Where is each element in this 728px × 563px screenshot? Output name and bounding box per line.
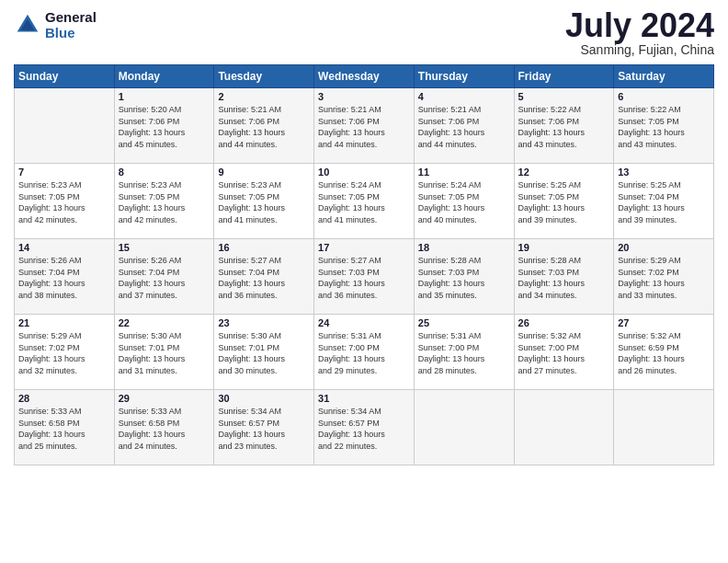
- day-number: 31: [318, 393, 410, 404]
- col-monday: Monday: [114, 65, 214, 88]
- day-number: 8: [119, 167, 210, 178]
- day-number: 30: [218, 393, 310, 404]
- day-number: 13: [618, 167, 710, 178]
- day-info: Sunrise: 5:30 AMSunset: 7:01 PMDaylight:…: [119, 330, 210, 376]
- calendar-cell: [614, 390, 714, 465]
- calendar-week-2: 7Sunrise: 5:23 AMSunset: 7:05 PMDaylight…: [15, 164, 714, 239]
- calendar-cell: 16Sunrise: 5:27 AMSunset: 7:04 PMDayligh…: [214, 239, 314, 315]
- subtitle: Sanming, Fujian, China: [565, 42, 714, 57]
- day-number: 26: [518, 317, 610, 328]
- day-info: Sunrise: 5:32 AMSunset: 6:59 PMDaylight:…: [618, 330, 710, 376]
- day-info: Sunrise: 5:21 AMSunset: 7:06 PMDaylight:…: [218, 104, 310, 150]
- page: General Blue July 2024 Sanming, Fujian, …: [0, 0, 728, 475]
- day-number: 15: [119, 242, 210, 253]
- calendar-cell: 17Sunrise: 5:27 AMSunset: 7:03 PMDayligh…: [314, 239, 415, 315]
- day-info: Sunrise: 5:25 AMSunset: 7:04 PMDaylight:…: [618, 179, 710, 225]
- calendar-cell: 12Sunrise: 5:25 AMSunset: 7:05 PMDayligh…: [514, 164, 614, 239]
- day-info: Sunrise: 5:34 AMSunset: 6:57 PMDaylight:…: [218, 406, 310, 452]
- calendar-cell: 1Sunrise: 5:20 AMSunset: 7:06 PMDaylight…: [114, 88, 214, 164]
- day-info: Sunrise: 5:27 AMSunset: 7:04 PMDaylight:…: [218, 255, 310, 301]
- calendar-cell: [414, 390, 514, 465]
- month-title: July 2024: [565, 9, 714, 42]
- calendar-body: 1Sunrise: 5:20 AMSunset: 7:06 PMDaylight…: [15, 88, 714, 465]
- calendar-cell: 19Sunrise: 5:28 AMSunset: 7:03 PMDayligh…: [514, 239, 614, 315]
- calendar-week-3: 14Sunrise: 5:26 AMSunset: 7:04 PMDayligh…: [15, 239, 714, 315]
- calendar-cell: 22Sunrise: 5:30 AMSunset: 7:01 PMDayligh…: [114, 315, 214, 390]
- day-number: 9: [218, 167, 310, 178]
- day-info: Sunrise: 5:20 AMSunset: 7:06 PMDaylight:…: [119, 104, 210, 150]
- col-wednesday: Wednesday: [314, 65, 415, 88]
- day-number: 14: [18, 242, 110, 253]
- day-info: Sunrise: 5:32 AMSunset: 7:00 PMDaylight:…: [518, 330, 610, 376]
- calendar-week-5: 28Sunrise: 5:33 AMSunset: 6:58 PMDayligh…: [15, 390, 714, 465]
- day-number: 16: [218, 242, 310, 253]
- calendar-cell: 14Sunrise: 5:26 AMSunset: 7:04 PMDayligh…: [15, 239, 115, 315]
- calendar-cell: 2Sunrise: 5:21 AMSunset: 7:06 PMDaylight…: [214, 88, 314, 164]
- day-info: Sunrise: 5:21 AMSunset: 7:06 PMDaylight:…: [318, 104, 410, 150]
- day-info: Sunrise: 5:34 AMSunset: 6:57 PMDaylight:…: [318, 406, 410, 452]
- col-friday: Friday: [514, 65, 614, 88]
- day-info: Sunrise: 5:25 AMSunset: 7:05 PMDaylight:…: [518, 179, 610, 225]
- day-number: 20: [618, 242, 710, 253]
- day-number: 7: [18, 167, 110, 178]
- calendar-cell: 21Sunrise: 5:29 AMSunset: 7:02 PMDayligh…: [15, 315, 115, 390]
- day-info: Sunrise: 5:30 AMSunset: 7:01 PMDaylight:…: [218, 330, 310, 376]
- calendar-cell: 29Sunrise: 5:33 AMSunset: 6:58 PMDayligh…: [114, 390, 214, 465]
- day-number: 3: [318, 91, 410, 102]
- calendar-week-4: 21Sunrise: 5:29 AMSunset: 7:02 PMDayligh…: [15, 315, 714, 390]
- day-info: Sunrise: 5:23 AMSunset: 7:05 PMDaylight:…: [119, 179, 210, 225]
- calendar-week-1: 1Sunrise: 5:20 AMSunset: 7:06 PMDaylight…: [15, 88, 714, 164]
- calendar-cell: 11Sunrise: 5:24 AMSunset: 7:05 PMDayligh…: [414, 164, 514, 239]
- day-number: 28: [18, 393, 110, 404]
- day-number: 1: [119, 91, 210, 102]
- day-info: Sunrise: 5:23 AMSunset: 7:05 PMDaylight:…: [218, 179, 310, 225]
- day-number: 10: [318, 167, 410, 178]
- day-number: 22: [119, 317, 210, 328]
- day-info: Sunrise: 5:24 AMSunset: 7:05 PMDaylight:…: [318, 179, 410, 225]
- calendar-cell: 26Sunrise: 5:32 AMSunset: 7:00 PMDayligh…: [514, 315, 614, 390]
- calendar-cell: [15, 88, 115, 164]
- header-row: Sunday Monday Tuesday Wednesday Thursday…: [15, 65, 714, 88]
- day-number: 11: [418, 167, 510, 178]
- day-info: Sunrise: 5:31 AMSunset: 7:00 PMDaylight:…: [318, 330, 410, 376]
- day-info: Sunrise: 5:29 AMSunset: 7:02 PMDaylight:…: [18, 330, 110, 376]
- calendar-cell: 5Sunrise: 5:22 AMSunset: 7:06 PMDaylight…: [514, 88, 614, 164]
- calendar-cell: 30Sunrise: 5:34 AMSunset: 6:57 PMDayligh…: [214, 390, 314, 465]
- col-saturday: Saturday: [614, 65, 714, 88]
- logo: General Blue: [14, 9, 97, 40]
- calendar-cell: 31Sunrise: 5:34 AMSunset: 6:57 PMDayligh…: [314, 390, 415, 465]
- header: General Blue July 2024 Sanming, Fujian, …: [14, 9, 714, 57]
- day-number: 29: [119, 393, 210, 404]
- col-tuesday: Tuesday: [214, 65, 314, 88]
- calendar-cell: 28Sunrise: 5:33 AMSunset: 6:58 PMDayligh…: [15, 390, 115, 465]
- day-number: 2: [218, 91, 310, 102]
- day-info: Sunrise: 5:33 AMSunset: 6:58 PMDaylight:…: [18, 406, 110, 452]
- day-number: 18: [418, 242, 510, 253]
- calendar-cell: 4Sunrise: 5:21 AMSunset: 7:06 PMDaylight…: [414, 88, 514, 164]
- day-info: Sunrise: 5:26 AMSunset: 7:04 PMDaylight:…: [119, 255, 210, 301]
- day-number: 17: [318, 242, 410, 253]
- calendar-cell: 18Sunrise: 5:28 AMSunset: 7:03 PMDayligh…: [414, 239, 514, 315]
- day-number: 12: [518, 167, 610, 178]
- day-number: 21: [18, 317, 110, 328]
- day-info: Sunrise: 5:22 AMSunset: 7:06 PMDaylight:…: [518, 104, 610, 150]
- day-number: 23: [218, 317, 310, 328]
- day-number: 25: [418, 317, 510, 328]
- day-number: 4: [418, 91, 510, 102]
- calendar-cell: 23Sunrise: 5:30 AMSunset: 7:01 PMDayligh…: [214, 315, 314, 390]
- calendar-cell: 10Sunrise: 5:24 AMSunset: 7:05 PMDayligh…: [314, 164, 415, 239]
- day-info: Sunrise: 5:26 AMSunset: 7:04 PMDaylight:…: [18, 255, 110, 301]
- calendar-cell: 27Sunrise: 5:32 AMSunset: 6:59 PMDayligh…: [614, 315, 714, 390]
- calendar-cell: 3Sunrise: 5:21 AMSunset: 7:06 PMDaylight…: [314, 88, 415, 164]
- calendar-cell: 20Sunrise: 5:29 AMSunset: 7:02 PMDayligh…: [614, 239, 714, 315]
- calendar-cell: 8Sunrise: 5:23 AMSunset: 7:05 PMDaylight…: [114, 164, 214, 239]
- day-info: Sunrise: 5:31 AMSunset: 7:00 PMDaylight:…: [418, 330, 510, 376]
- calendar-cell: 25Sunrise: 5:31 AMSunset: 7:00 PMDayligh…: [414, 315, 514, 390]
- day-info: Sunrise: 5:33 AMSunset: 6:58 PMDaylight:…: [119, 406, 210, 452]
- day-number: 24: [318, 317, 410, 328]
- day-info: Sunrise: 5:28 AMSunset: 7:03 PMDaylight:…: [418, 255, 510, 301]
- calendar-cell: 6Sunrise: 5:22 AMSunset: 7:05 PMDaylight…: [614, 88, 714, 164]
- calendar-table: Sunday Monday Tuesday Wednesday Thursday…: [14, 64, 714, 465]
- calendar-cell: 7Sunrise: 5:23 AMSunset: 7:05 PMDaylight…: [15, 164, 115, 239]
- calendar-cell: 15Sunrise: 5:26 AMSunset: 7:04 PMDayligh…: [114, 239, 214, 315]
